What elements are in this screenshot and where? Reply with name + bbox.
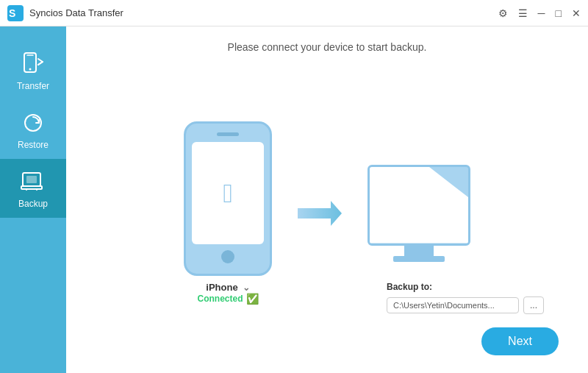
content-area: Please connect your device to start back… [66, 26, 588, 373]
main-layout: Transfer Restore [0, 26, 588, 373]
backup-path-row: C:\Users\Yetin\Documents... ... [387, 296, 544, 314]
next-button[interactable]: Next [481, 327, 559, 355]
phone-screen:  [192, 142, 264, 244]
device-status: Connected ✅ [197, 293, 258, 305]
restore-icon [19, 109, 47, 137]
phone-illustration:  [184, 121, 272, 276]
transfer-arrow-icon [294, 195, 345, 232]
phone-speaker [217, 132, 239, 136]
backup-path-display: C:\Users\Yetin\Documents... [387, 297, 519, 313]
minimize-icon[interactable]: ─ [538, 7, 545, 19]
close-icon[interactable]: ✕ [572, 7, 581, 19]
monitor-illustration [368, 165, 470, 246]
phone-container:  iPhone ⌄ Connected ✅ [184, 121, 272, 305]
monitor-base [393, 256, 445, 262]
sidebar-item-restore[interactable]: Restore [0, 100, 66, 159]
title-bar: S Syncios Data Transfer ⚙ ☰ ─ □ ✕ [0, 0, 588, 26]
svg-point-4 [29, 68, 32, 71]
transfer-icon [19, 50, 47, 78]
monitor-screen [370, 167, 468, 244]
menu-icon[interactable]: ☰ [518, 7, 528, 19]
arrow-container [294, 195, 345, 232]
backup-browse-button[interactable]: ... [523, 296, 544, 314]
app-logo: S [7, 5, 24, 21]
svg-rect-7 [21, 186, 42, 189]
backup-to-section: Backup to: C:\Users\Yetin\Documents... .… [387, 282, 544, 314]
chevron-down-icon[interactable]: ⌄ [243, 283, 250, 293]
monitor-stand [404, 246, 434, 256]
transfer-label: Transfer [17, 81, 49, 91]
sidebar-item-transfer[interactable]: Transfer [0, 41, 66, 100]
maximize-icon[interactable]: □ [556, 7, 562, 19]
phone-home-button [221, 250, 234, 263]
backup-to-label: Backup to: [387, 282, 544, 292]
window-controls: ⚙ ☰ ─ □ ✕ [498, 7, 581, 19]
monitor-container [368, 165, 470, 262]
apple-logo-icon:  [223, 178, 232, 209]
sidebar-item-backup[interactable]: Backup [0, 159, 66, 218]
settings-icon[interactable]: ⚙ [498, 7, 508, 19]
app-title: Syncios Data Transfer [29, 7, 498, 18]
next-button-container: Next [481, 327, 559, 355]
backup-label: Backup [18, 199, 48, 209]
svg-rect-10 [26, 176, 37, 183]
restore-label: Restore [18, 140, 49, 150]
device-name: iPhone ⌄ [197, 282, 258, 293]
device-info: iPhone ⌄ Connected ✅ [197, 282, 258, 305]
device-area:  iPhone ⌄ Connected ✅ [66, 53, 588, 373]
check-icon: ✅ [246, 293, 259, 305]
sidebar: Transfer Restore [0, 26, 66, 373]
backup-icon [19, 168, 47, 196]
svg-text:S: S [9, 7, 15, 19]
svg-marker-11 [298, 201, 342, 226]
